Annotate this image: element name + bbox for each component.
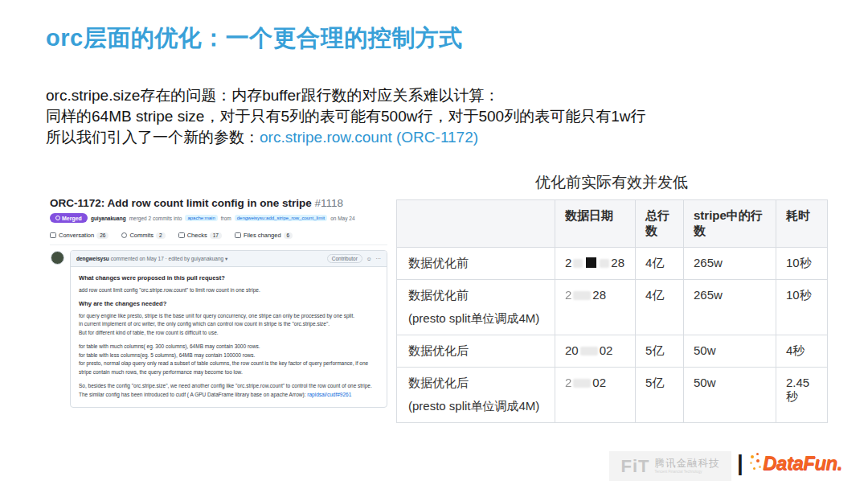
kebab-menu-icon[interactable]: ··· <box>376 256 382 261</box>
row-sublabel: (presto split单位调成4M) <box>408 399 545 414</box>
commits-count-badge: 2 <box>156 232 166 239</box>
tab-files-changed[interactable]: Files changed6 <box>235 232 293 239</box>
fit-logo: FiT 腾讯金融科技 Tencent Financial Technology <box>609 451 731 481</box>
redaction-black-box <box>586 257 596 268</box>
slide-canvas: orc层面的优化：一个更合理的控制方式 orc.stripe.size存在的问题… <box>0 0 868 489</box>
tab-checks[interactable]: Checks17 <box>178 232 222 239</box>
merge-author[interactable]: guiyanakuang <box>91 216 126 221</box>
cost-cell: 4秒 <box>776 335 828 368</box>
comment-line: The similar config has been introduced t… <box>79 391 379 400</box>
comment-body: What changes were proposed in this pull … <box>71 267 387 407</box>
datafun-logo: DataFun. <box>750 452 842 476</box>
comment-q1: What changes were proposed in this pull … <box>79 273 379 284</box>
comment-author-line: dengweisysu commented on May 17 · edited… <box>76 256 227 262</box>
cost-cell: 2.45秒 <box>776 368 828 423</box>
files-count-badge: 6 <box>284 232 293 239</box>
intro-line-2: 同样的64MB stripe size，对于只有5列的表可能有500w行，对于5… <box>46 106 645 127</box>
comment-header: dengweisysu commented on May 17 · edited… <box>71 251 387 267</box>
tab-commits[interactable]: Commits2 <box>121 232 165 239</box>
total-rows-cell: 5亿 <box>636 368 684 423</box>
intro-line-1: orc.stripe.size存在的问题：内存buffer跟行数的对应关系难以计… <box>46 85 645 106</box>
row-sublabel: (presto split单位调成4M) <box>408 311 545 327</box>
results-table: 数据日期 总行数 stripe中的行数 耗时 数据优化前 228 4亿 265w… <box>396 199 828 423</box>
pr-title-text: ORC-1172: Add row count limit config in … <box>50 197 312 209</box>
checks-count-badge: 17 <box>210 232 222 239</box>
col-header-total-rows: 总行数 <box>636 200 684 248</box>
row-label: 数据优化后(presto split单位调成4M) <box>397 368 555 423</box>
comment-meta: commented on May 17 · edited by guiyanak… <box>111 256 228 261</box>
date-cell: 228 <box>555 280 636 335</box>
cost-cell: 10秒 <box>776 280 828 335</box>
stripe-rows-cell: 50w <box>684 335 776 368</box>
pr-tab-bar: Conversation26 Commits2 Checks17 Files c… <box>50 232 387 245</box>
comment-header-actions: Contributor ☺ ··· <box>327 254 381 263</box>
footer-separator: | <box>737 450 743 476</box>
pr-title: ORC-1172: Add row count limit config in … <box>50 197 387 209</box>
date-cell: 2002 <box>555 335 636 368</box>
row-label: 数据优化前 <box>397 248 555 280</box>
fit-logo-text: FiT <box>621 456 650 477</box>
avatar[interactable] <box>51 251 64 265</box>
total-rows-cell: 4亿 <box>636 248 684 280</box>
table-header-row: 数据日期 总行数 stripe中的行数 耗时 <box>397 200 828 248</box>
intro-line-3-prefix: 所以我们引入了一个新的参数： <box>46 129 260 146</box>
comment-line: So, besides the config "orc.stripe.size"… <box>79 382 379 391</box>
git-merge-icon <box>55 216 60 220</box>
comment-line-text: The similar config has been introduced t… <box>79 392 307 397</box>
fit-logo-cn-block: 腾讯金融科技 Tencent Financial Technology <box>655 458 720 474</box>
table-row: 数据优化后 2002 5亿 50w 4秒 <box>397 335 828 368</box>
row-label: 数据优化前(presto split单位调成4M) <box>397 280 555 335</box>
merge-date: on May 24 <box>330 216 354 221</box>
emoji-reaction-icon[interactable]: ☺ <box>366 256 372 261</box>
datafun-dots-icon <box>750 452 763 476</box>
redaction-blur <box>580 347 598 355</box>
cost-cell: 10秒 <box>776 248 828 280</box>
comment-author[interactable]: dengweisysu <box>76 256 109 261</box>
col-header-date: 数据日期 <box>555 200 636 248</box>
fit-logo-cn: 腾讯金融科技 <box>655 458 720 469</box>
table-row: 数据优化后(presto split单位调成4M) 202 5亿 50w 2.4… <box>397 368 828 423</box>
redaction-blur <box>600 259 609 268</box>
table-row: 数据优化前 228 4亿 265w 10秒 <box>397 248 828 280</box>
stripe-rows-cell: 265w <box>684 280 776 335</box>
intro-text: orc.stripe.size存在的问题：内存buffer跟行数的对应关系难以计… <box>46 85 645 148</box>
tab-conversation[interactable]: Conversation26 <box>50 232 108 239</box>
col-header-stripe-rows: stripe中的行数 <box>684 200 776 248</box>
pr-comment-box: dengweisysu commented on May 17 · edited… <box>70 250 387 408</box>
col-header-cost: 耗时 <box>776 200 828 248</box>
date-cell: 228 <box>555 248 636 280</box>
checks-icon <box>178 232 185 238</box>
redaction-blur <box>573 259 583 268</box>
col-header-empty <box>397 200 555 248</box>
table-row: 数据优化前(presto split单位调成4M) 228 4亿 265w 10… <box>397 280 828 335</box>
table-title: 优化前实际有效并发低 <box>396 172 827 193</box>
merge-action-text: merged 2 commits into <box>129 216 182 221</box>
stripe-rows-cell: 265w <box>684 248 776 280</box>
orc-param-link[interactable]: orc.stripe.row.count (ORC-1172) <box>260 129 478 146</box>
comment-line: for presto, normal olap query only read … <box>79 360 379 376</box>
comment-line: for query engine like presto, stripe is … <box>79 312 379 321</box>
cudf-link[interactable]: rapidsai/cudf#9261 <box>307 392 351 397</box>
merge-from-text: from <box>221 216 231 221</box>
intro-line-3: 所以我们引入了一个新的参数：orc.stripe.row.count (ORC-… <box>46 127 645 148</box>
commits-icon <box>121 232 127 238</box>
redaction-blur <box>573 379 591 388</box>
slide-title: orc层面的优化：一个更合理的控制方式 <box>46 23 463 55</box>
comment-q2: Why are the changes needed? <box>79 299 379 310</box>
comment-line: in current implement of orc writer, the … <box>79 320 379 329</box>
github-pr-screenshot: ORC-1172: Add row count limit config in … <box>50 197 387 408</box>
fit-logo-en: Tencent Financial Technology <box>655 471 720 475</box>
total-rows-cell: 5亿 <box>636 335 684 368</box>
redaction-blur <box>573 291 591 300</box>
date-cell: 202 <box>555 368 636 423</box>
datafun-logo-text: DataFun. <box>763 452 842 475</box>
row-label: 数据优化后 <box>397 335 555 368</box>
head-branch-label[interactable]: dengweisysu:add_stripe_row_count_limit <box>235 215 327 221</box>
contributor-badge: Contributor <box>327 254 362 263</box>
comment-line: for table with less columns(eg. 5 column… <box>79 351 379 360</box>
base-branch-label[interactable]: apache:main <box>185 215 217 221</box>
comment-a1: add row count limit config "orc.stripe.r… <box>79 286 379 295</box>
file-diff-icon <box>235 232 241 238</box>
total-rows-cell: 4亿 <box>636 280 684 335</box>
stripe-rows-cell: 50w <box>684 368 776 423</box>
